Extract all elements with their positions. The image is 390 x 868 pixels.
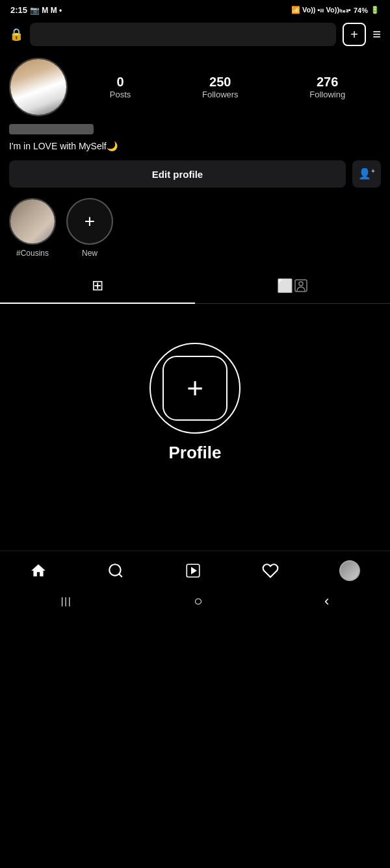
followers-stat[interactable]: 250 Followers [202,75,239,99]
svg-marker-5 [192,568,196,574]
profile-nav-button[interactable] [339,560,360,581]
buttons-row: Edit profile 👤+ [9,160,381,188]
signal-icons: 📶 Vo)) ▪ᵢₗₗ Vo))ₗₜₑ₂▪ [291,6,351,14]
heart-icon [262,562,279,579]
activity-nav-button[interactable] [262,562,279,579]
battery: 74% [354,6,368,14]
posts-stat[interactable]: 0 Posts [110,75,131,99]
bottom-nav [0,551,390,586]
android-nav: ||| ○ ‹ [0,586,390,619]
add-person-icon: 👤+ [358,167,375,180]
highlight-cousins-circle [9,198,56,245]
grid-area: + Profile [0,304,390,551]
highlight-cousins-label: #Cousins [16,249,49,258]
home-hardware-button[interactable]: ○ [194,593,202,610]
posts-label: Posts [110,90,131,99]
home-icon [30,562,47,579]
avatar[interactable] [9,58,68,116]
time: 2:15 [10,5,27,15]
search-nav-button[interactable] [107,562,124,579]
profile-section: 0 Posts 250 Followers 276 Following I'm … [0,51,390,188]
grid-tab[interactable]: ⊞ [0,268,195,303]
big-plus-inner: + [162,356,228,421]
following-label: Following [309,90,345,99]
search-icon [107,562,124,579]
lock-icon: 🔒 [9,27,23,42]
add-friend-button[interactable]: 👤+ [352,160,381,188]
plus-icon: + [84,211,95,232]
edit-profile-button[interactable]: Edit profile [9,160,346,188]
username-bar [30,23,336,46]
tagged-icon: ⬜ [277,278,293,293]
tabs-row: ⊞ ⬜ [0,268,390,304]
new-highlight-circle: + [66,198,113,245]
followers-count: 250 [209,75,231,90]
reels-icon [185,562,202,579]
grid-icon: ⊞ [92,277,103,294]
menu-button[interactable]: ≡ [372,26,381,43]
svg-line-3 [119,574,122,577]
highlights-row: #Cousins + New [0,198,390,268]
person-tag-icon [293,278,309,293]
recents-button[interactable]: ||| [61,596,72,606]
followers-label: Followers [202,90,239,99]
avatar-image [10,59,66,115]
svg-point-2 [109,564,120,575]
highlight-cousins-image [10,199,55,243]
empty-state-area: + Profile [0,304,390,476]
home-nav-button[interactable] [30,562,47,579]
battery-icon: 🔋 [370,6,380,14]
profile-label: Profile [169,443,222,463]
add-content-button[interactable]: + [343,23,366,46]
profile-top: 0 Posts 250 Followers 276 Following [9,58,381,116]
back-button[interactable]: ‹ [324,593,329,610]
following-stat[interactable]: 276 Following [309,75,345,99]
username-display [9,124,94,134]
status-icons: 📷 M M • [30,6,62,15]
status-bar: 2:15 📷 M M • 📶 Vo)) ▪ᵢₗₗ Vo))ₗₜₑ₂▪ 74% 🔋 [0,0,390,18]
following-count: 276 [317,75,338,90]
bio-text: I'm in LOVE with MySelf🌙 [9,141,381,151]
highlight-new-label: New [82,249,98,258]
highlight-new[interactable]: + New [66,198,113,258]
reels-nav-button[interactable] [185,562,202,579]
big-plus-circle: + [150,343,240,434]
svg-point-1 [299,282,303,286]
highlight-cousins[interactable]: #Cousins [9,198,56,258]
stats-row: 0 Posts 250 Followers 276 Following [74,75,381,99]
profile-avatar-small [339,560,360,581]
tagged-tab[interactable]: ⬜ [195,268,390,303]
posts-count: 0 [117,75,124,90]
status-left: 2:15 📷 M M • [10,5,62,15]
top-nav: 🔒 + ≡ [0,18,390,51]
status-right: 📶 Vo)) ▪ᵢₗₗ Vo))ₗₜₑ₂▪ 74% 🔋 [291,6,380,14]
big-plus-icon: + [187,372,203,404]
